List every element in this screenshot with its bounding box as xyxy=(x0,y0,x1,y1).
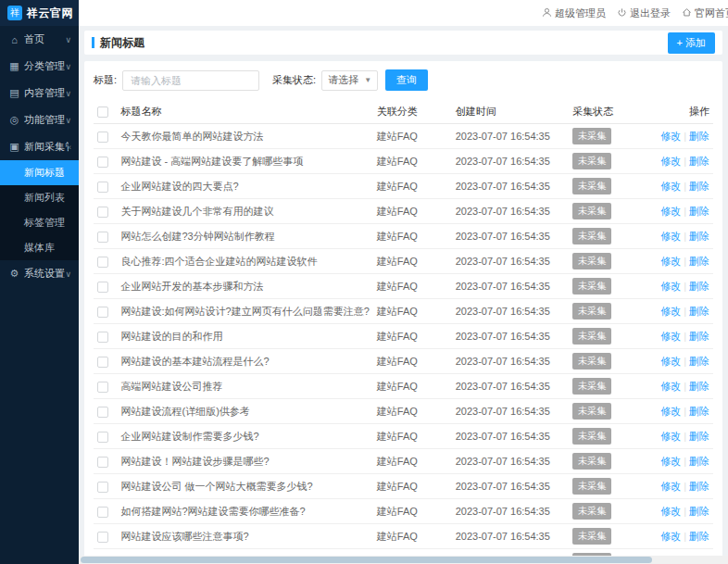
horizontal-scrollbar[interactable] xyxy=(79,556,728,564)
edit-link[interactable]: 修改 xyxy=(660,306,681,317)
row-checkbox[interactable] xyxy=(97,507,108,518)
edit-link[interactable]: 修改 xyxy=(660,456,681,467)
sidebar-nav: ⌂首页∨▦分类管理∨▤内容管理∨◎功能管理∨▣新闻采集管理‹新闻标题新闻列表标签… xyxy=(0,26,79,287)
row-title: 企业网站建设的四大要点? xyxy=(117,174,372,199)
edit-link[interactable]: 修改 xyxy=(660,281,681,292)
status-badge: 未采集 xyxy=(572,178,611,194)
edit-link[interactable]: 修改 xyxy=(660,506,681,517)
category-icon: ▦ xyxy=(8,60,20,72)
delete-link[interactable]: 删除 xyxy=(689,331,709,342)
row-category: 建站FAQ xyxy=(373,249,452,274)
delete-link[interactable]: 删除 xyxy=(689,356,709,367)
sidebar-item-content[interactable]: ▤内容管理∨ xyxy=(0,80,79,107)
row-checkbox[interactable] xyxy=(97,132,108,143)
sidebar-item-home[interactable]: ⌂首页∨ xyxy=(0,26,79,53)
row-checkbox[interactable] xyxy=(97,532,108,543)
news-table: 标题名称 关联分类 创建时间 采集状态 操作 今天教你最简单的网站建设方法建站F… xyxy=(94,100,713,564)
edit-link[interactable]: 修改 xyxy=(660,331,681,342)
sidebar-subitem-tag-manage[interactable]: 标签管理 xyxy=(0,210,79,235)
row-checkbox[interactable] xyxy=(97,432,108,443)
delete-link[interactable]: 删除 xyxy=(689,206,709,217)
table-header-row: 标题名称 关联分类 创建时间 采集状态 操作 xyxy=(94,100,713,124)
edit-link[interactable]: 修改 xyxy=(660,131,681,142)
delete-link[interactable]: 删除 xyxy=(689,306,709,317)
row-checkbox[interactable] xyxy=(97,282,108,293)
delete-link[interactable]: 删除 xyxy=(689,506,709,517)
horizontal-scrollbar-thumb[interactable] xyxy=(81,557,652,563)
delete-link[interactable]: 删除 xyxy=(689,431,709,442)
row-title: 网站建设的目的和作用 xyxy=(117,324,372,349)
delete-link[interactable]: 删除 xyxy=(689,406,709,417)
gear-icon: ⚙ xyxy=(8,268,20,280)
edit-link[interactable]: 修改 xyxy=(660,431,681,442)
sidebar-item-function[interactable]: ◎功能管理∨ xyxy=(0,107,79,133)
edit-link[interactable]: 修改 xyxy=(660,256,681,267)
row-created: 2023-07-07 16:54:35 xyxy=(452,124,569,149)
row-category: 建站FAQ xyxy=(373,349,452,374)
edit-link[interactable]: 修改 xyxy=(660,406,681,417)
ops-divider: | xyxy=(684,131,686,142)
delete-link[interactable]: 删除 xyxy=(689,281,709,292)
edit-link[interactable]: 修改 xyxy=(660,181,681,192)
table-row: 良心推荐:四个适合企业建站的网站建设软件建站FAQ2023-07-07 16:5… xyxy=(94,249,713,274)
row-checkbox[interactable] xyxy=(97,357,108,368)
ops-divider: | xyxy=(684,206,686,217)
add-button[interactable]: + 添加 xyxy=(668,32,715,54)
logout-link[interactable]: 退出登录 xyxy=(617,6,671,20)
row-created: 2023-07-07 16:54:35 xyxy=(452,374,569,399)
delete-link[interactable]: 删除 xyxy=(689,381,709,392)
title-filter-input[interactable] xyxy=(122,70,259,91)
sidebar-item-news-collect[interactable]: ▣新闻采集管理‹ xyxy=(0,133,79,160)
delete-link[interactable]: 删除 xyxy=(689,156,709,167)
delete-link[interactable]: 删除 xyxy=(689,256,709,267)
row-checkbox[interactable] xyxy=(97,257,108,268)
status-select[interactable]: 请选择 ▼ xyxy=(321,70,378,91)
row-checkbox[interactable] xyxy=(97,407,108,418)
row-title: 网站建设公司 做一个网站大概需要多少钱? xyxy=(117,474,372,499)
table-row: 网站怎么创建?3分钟网站制作教程建站FAQ2023-07-07 16:54:35… xyxy=(94,224,713,249)
edit-link[interactable]: 修改 xyxy=(660,356,681,367)
sidebar-item-category[interactable]: ▦分类管理∨ xyxy=(0,53,79,80)
sidebar-subitem-media-lib[interactable]: 媒体库 xyxy=(0,235,79,260)
row-created: 2023-07-07 16:54:35 xyxy=(452,224,569,249)
row-checkbox[interactable] xyxy=(97,232,108,243)
row-created: 2023-07-07 16:54:35 xyxy=(452,349,569,374)
status-badge: 未采集 xyxy=(572,128,611,144)
edit-link[interactable]: 修改 xyxy=(660,531,681,542)
sidebar-subitem-news-list[interactable]: 新闻列表 xyxy=(0,185,79,210)
edit-link[interactable]: 修改 xyxy=(660,231,681,242)
delete-link[interactable]: 删除 xyxy=(689,181,709,192)
edit-link[interactable]: 修改 xyxy=(660,381,681,392)
ops-divider: | xyxy=(684,431,686,442)
row-checkbox[interactable] xyxy=(97,382,108,393)
site-home-link[interactable]: 官网首页 xyxy=(682,6,728,20)
row-checkbox[interactable] xyxy=(97,457,108,468)
delete-link[interactable]: 删除 xyxy=(689,131,709,142)
delete-link[interactable]: 删除 xyxy=(689,231,709,242)
row-checkbox[interactable] xyxy=(97,482,108,493)
user-menu[interactable]: 超级管理员 xyxy=(542,6,606,20)
row-created: 2023-07-07 16:54:35 xyxy=(452,449,569,474)
page-header-panel: 新闻标题 + 添加 xyxy=(84,31,722,55)
sidebar-item-system[interactable]: ⚙系统设置∨ xyxy=(0,260,79,287)
select-all-checkbox[interactable] xyxy=(97,107,108,118)
delete-link[interactable]: 删除 xyxy=(689,456,709,467)
edit-link[interactable]: 修改 xyxy=(660,481,681,492)
delete-link[interactable]: 删除 xyxy=(689,481,709,492)
query-button[interactable]: 查询 xyxy=(385,69,428,91)
row-checkbox[interactable] xyxy=(97,157,108,168)
row-checkbox[interactable] xyxy=(97,332,108,343)
edit-link[interactable]: 修改 xyxy=(660,156,681,167)
delete-link[interactable]: 删除 xyxy=(689,531,709,542)
status-badge: 未采集 xyxy=(572,278,611,295)
user-icon xyxy=(542,7,552,19)
content-area: 新闻标题 + 添加 标题: 采集状态: 请选择 ▼ 查询 标题名称 xyxy=(79,26,728,564)
ops-divider: | xyxy=(684,306,686,317)
row-checkbox[interactable] xyxy=(97,307,108,318)
edit-link[interactable]: 修改 xyxy=(660,206,681,217)
row-checkbox[interactable] xyxy=(97,182,108,193)
sidebar-subitem-news-title[interactable]: 新闻标题 xyxy=(0,160,79,185)
table-row: 网站建设的目的和作用建站FAQ2023-07-07 16:54:35未采集修改|… xyxy=(94,324,713,349)
row-checkbox[interactable] xyxy=(97,207,108,218)
power-icon xyxy=(617,7,627,19)
